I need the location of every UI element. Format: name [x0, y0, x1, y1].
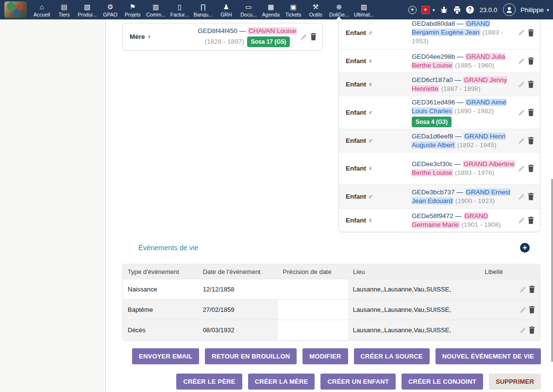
help-icon[interactable]: ?	[466, 6, 474, 14]
edit-pencil-icon[interactable]	[519, 307, 526, 313]
documents-icon: ▭	[245, 3, 251, 11]
nav-item-banques[interactable]: ∏Banqu...	[191, 0, 215, 19]
delete-trash-icon[interactable]	[529, 306, 535, 313]
person-ged-link[interactable]: GED8f44f450 —	[198, 27, 248, 34]
person-ged-link[interactable]: GEDa1d6eef8 —	[412, 133, 464, 140]
delete-trash-icon[interactable]	[528, 165, 534, 172]
nav-item-factures[interactable]: ▯Factur...	[168, 0, 191, 19]
nav-item-produits[interactable]: ▧Produi...	[75, 0, 99, 19]
nav-item-agenda[interactable]: ▦Agenda	[260, 0, 282, 19]
edit-pencil-icon[interactable]	[518, 29, 525, 36]
row-action-icons	[517, 300, 540, 320]
parents-table: Mère ♀GED8f44f450 — CHAVAN Louise (1828 …	[122, 23, 323, 51]
nav-item-label: GRH	[220, 12, 232, 17]
nav-item-commerce[interactable]: ▥Comm...	[144, 0, 168, 19]
person-ged-link[interactable]: GEDee3cf30c —	[412, 160, 463, 168]
child-role-label: Enfant ♂	[339, 29, 411, 36]
edit-pencil-icon[interactable]	[518, 193, 525, 200]
tools-icon: ⚒	[313, 3, 319, 11]
action-button[interactable]: NOUVEL ÉVÉNEMENT DE VIE	[436, 348, 541, 364]
delete-trash-icon[interactable]	[528, 109, 534, 116]
delete-button[interactable]: SUPPRIMER	[489, 374, 541, 390]
nav-item-doligen[interactable]: ⊕DoliGe...	[327, 0, 352, 19]
nav-item-projets[interactable]: ⚑Projets	[121, 0, 144, 19]
event-cell	[278, 279, 348, 299]
bug-icon[interactable]	[440, 6, 448, 14]
active-menu-arrow	[336, 17, 341, 19]
edit-pencil-icon[interactable]	[518, 165, 525, 172]
action-button[interactable]: CRÉER LE CONJOINT	[402, 374, 483, 390]
edit-pencil-icon[interactable]	[518, 81, 525, 88]
event-cell: 27/02/1859	[198, 300, 278, 320]
action-button[interactable]: CRÉER LA SOURCE	[354, 348, 430, 364]
chevron-down-icon[interactable]: ▾	[433, 7, 435, 13]
edit-pencil-icon[interactable]	[519, 286, 526, 293]
action-button[interactable]: CRÉER LA MÈRE	[248, 374, 315, 390]
add-life-event-icon[interactable]: +	[520, 243, 530, 253]
person-ged-link[interactable]: GED6cf187a0 —	[412, 76, 463, 84]
row-action-icons	[518, 137, 540, 144]
left-menu-panel	[0, 19, 106, 392]
row-action-icons	[518, 29, 540, 36]
action-button[interactable]: CRÉER LE PÈRE	[176, 374, 242, 390]
flag-badge-icon[interactable]: +	[421, 6, 430, 14]
action-button[interactable]: MODIFIER	[302, 348, 348, 364]
event-cell	[480, 320, 517, 340]
nav-item-grh[interactable]: ♟GRH	[215, 0, 237, 19]
person-name[interactable]: CHAVAN Louise	[248, 27, 297, 34]
delete-trash-icon[interactable]	[528, 193, 534, 200]
delete-trash-icon[interactable]	[528, 217, 534, 224]
action-button[interactable]: RETOUR EN BROUILLON	[205, 348, 297, 364]
children-table: Enfant ♂GEDabd80da8 — GRAND Benjamin Eug…	[338, 16, 540, 232]
quick-add-icon[interactable]: +	[408, 6, 417, 14]
nav-item-outils[interactable]: ⚒Outils	[304, 0, 327, 19]
scrollbar-thumb[interactable]	[552, 179, 553, 362]
delete-trash-icon[interactable]	[310, 33, 317, 40]
delete-trash-icon[interactable]	[528, 29, 534, 36]
delete-trash-icon[interactable]	[528, 57, 534, 65]
edit-pencil-icon[interactable]	[518, 217, 525, 224]
nav-item-gpao[interactable]: ⚙GPAO	[99, 0, 121, 19]
nav-item-ultimate[interactable]: ▨Ultimat...	[352, 0, 376, 19]
table-row-child: Enfant ♂GED361ed496 — GRAND Aimé Louis C…	[339, 96, 540, 129]
table-row-parent: Mère ♀GED8f44f450 — CHAVAN Louise (1828 …	[123, 23, 322, 50]
person-value: GEDe3bcb737 — GRAND Ernest Jean Edouard …	[411, 186, 518, 207]
edit-pencil-icon[interactable]	[518, 109, 525, 116]
products-icon: ▧	[84, 3, 90, 11]
nav-item-tiers[interactable]: ▤Tiers	[53, 0, 75, 19]
edit-pencil-icon[interactable]	[518, 58, 525, 65]
person-ged-link[interactable]: GED361ed496 —	[412, 99, 465, 106]
nav-item-documents[interactable]: ▭Docu...	[237, 0, 260, 19]
user-chevron-down-icon[interactable]: ▾	[547, 7, 549, 13]
person-ged-link[interactable]: GEDe3bcb737 —	[412, 188, 465, 196]
person-ged-link[interactable]: GED04ee298b —	[412, 53, 465, 60]
delete-trash-icon[interactable]	[529, 326, 535, 334]
nav-item-accueil[interactable]: ⌂Accueil	[31, 0, 53, 19]
child-role-label: Enfant ♀	[339, 81, 411, 88]
action-button[interactable]: CRÉER UN ENFANT	[320, 374, 396, 390]
sosa-badge: Sosa 17 (G5)	[247, 36, 290, 47]
column-header: Précision de date	[278, 264, 348, 279]
table-row-child: Enfant ♀GED6cf187a0 — GRAND Jenny Henrie…	[339, 72, 540, 96]
delete-trash-icon[interactable]	[529, 286, 535, 293]
commerce-icon: ▥	[152, 3, 159, 11]
user-name[interactable]: Philippe	[520, 6, 544, 14]
delete-trash-icon[interactable]	[528, 81, 534, 88]
edit-pencil-icon[interactable]	[301, 34, 307, 40]
print-icon[interactable]	[453, 6, 461, 14]
action-buttons-row1: ENVOYER EMAILRETOUR EN BROUILLONMODIFIER…	[106, 348, 553, 364]
edit-pencil-icon[interactable]	[518, 137, 525, 144]
avatar[interactable]	[503, 3, 516, 16]
person-ged-link[interactable]: GEDe58f9472 —	[412, 212, 464, 220]
action-button[interactable]: ENVOYER EMAIL	[132, 348, 199, 364]
event-cell: 08/03/1932	[198, 320, 278, 340]
home-icon: ⌂	[40, 3, 44, 11]
delete-trash-icon[interactable]	[528, 137, 534, 144]
edit-pencil-icon[interactable]	[519, 327, 526, 334]
person-dates: (1901 - 1908)	[460, 221, 501, 228]
nav-item-label: Outils	[309, 12, 322, 17]
nav-item-tickets[interactable]: ▣Tickets	[282, 0, 304, 19]
person-ged-link[interactable]: GEDabd80da8 —	[412, 20, 465, 27]
event-cell	[278, 320, 348, 340]
app-logo[interactable]	[4, 1, 27, 18]
